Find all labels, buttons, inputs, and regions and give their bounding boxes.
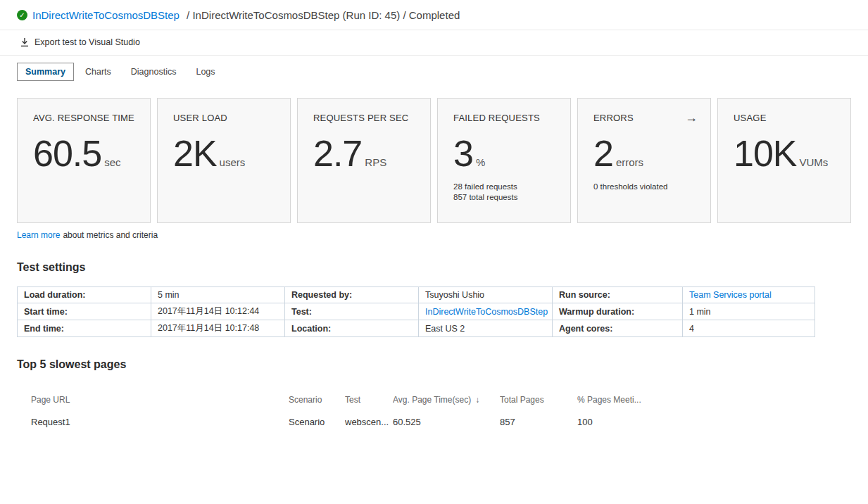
setting-label: Agent cores: xyxy=(553,320,683,337)
metric-unit: errors xyxy=(616,156,643,168)
setting-label: Requested by: xyxy=(285,287,419,303)
metric-card-usage: USAGE 10K VUMs xyxy=(717,98,851,223)
column-header-pct-pages-meeting[interactable]: % Pages Meeti... xyxy=(577,395,851,405)
metric-title: REQUESTS PER SEC xyxy=(313,113,408,123)
setting-value: 1 min xyxy=(683,303,815,320)
metric-value: 2 xyxy=(593,134,613,173)
setting-label: Warmup duration: xyxy=(553,303,683,320)
setting-value: 2017年11月14日 10:17:48 xyxy=(151,320,285,337)
load-test-results-page: ✓ InDirectWriteToCosmosDBStep / InDirect… xyxy=(0,0,868,504)
metric-unit: % xyxy=(476,156,485,168)
column-header-test[interactable]: Test xyxy=(345,395,393,405)
metric-subtext: 0 thresholds violated xyxy=(593,182,698,193)
column-header-total-pages[interactable]: Total Pages xyxy=(500,395,577,405)
setting-value: 4 xyxy=(683,320,815,337)
slowest-pages-row: Request1 Scenario webscen... 60.525 857 … xyxy=(17,410,851,433)
cell-scenario: Scenario xyxy=(289,417,345,427)
cell-page-url: Request1 xyxy=(17,417,289,427)
errors-detail-arrow-icon[interactable]: → xyxy=(685,113,698,122)
tab-bar: Summary Charts Diagnostics Logs xyxy=(0,56,868,81)
metric-value: 2.7 xyxy=(313,134,362,173)
setting-label: Test: xyxy=(285,303,419,320)
setting-value: Tsuyoshi Ushio xyxy=(419,287,553,303)
slowest-pages-heading: Top 5 slowest pages xyxy=(17,358,851,371)
settings-row: End time: 2017年11月14日 10:17:48 Location:… xyxy=(18,320,815,337)
metric-card-avg-response-time: AVG. RESPONSE TIME 60.5 sec xyxy=(17,98,151,223)
status-completed-check-icon: ✓ xyxy=(17,10,27,20)
tab-logs[interactable]: Logs xyxy=(187,63,223,81)
metric-unit: RPS xyxy=(365,156,386,168)
test-name-link[interactable]: InDirectWriteToCosmosDBStep xyxy=(425,307,548,317)
setting-value: East US 2 xyxy=(419,320,553,337)
slowest-pages-header: Page URL Scenario Test Avg. Page Time(se… xyxy=(17,389,851,410)
metric-value: 10K xyxy=(734,134,797,173)
setting-label: Run source: xyxy=(553,287,683,303)
metric-value: 2K xyxy=(173,134,217,173)
test-settings-table: Load duration: 5 min Requested by: Tsuyo… xyxy=(17,286,815,337)
column-header-scenario[interactable]: Scenario xyxy=(289,395,345,405)
metric-subtext: 28 failed requests xyxy=(453,182,558,193)
metric-title: USAGE xyxy=(734,113,767,123)
metric-card-errors: ERRORS → 2 errors 0 thresholds violated xyxy=(577,98,711,223)
metric-card-failed-requests: FAILED REQUESTS 3 % 28 failed requests 8… xyxy=(437,98,571,223)
metric-value: 3 xyxy=(453,134,473,173)
tab-diagnostics[interactable]: Diagnostics xyxy=(122,63,185,81)
column-header-avg-page-time[interactable]: Avg. Page Time(sec)↓ xyxy=(393,395,500,405)
sort-descending-icon: ↓ xyxy=(475,395,479,405)
metric-unit: users xyxy=(220,156,246,168)
export-to-visual-studio-button[interactable]: Export test to Visual Studio xyxy=(17,35,143,49)
learn-more-link[interactable]: Learn more xyxy=(17,230,60,240)
export-label: Export test to Visual Studio xyxy=(34,37,140,47)
metric-title: ERRORS xyxy=(593,113,634,123)
breadcrumb-test-link[interactable]: InDirectWriteToCosmosDBStep xyxy=(32,9,180,21)
tab-charts[interactable]: Charts xyxy=(77,63,120,81)
column-header-page-url[interactable]: Page URL xyxy=(17,395,289,405)
cell-test: webscen... xyxy=(345,417,393,427)
toolbar: Export test to Visual Studio xyxy=(0,30,868,56)
metric-subtext: 857 total requests xyxy=(453,192,558,203)
setting-value: 2017年11月14日 10:12:44 xyxy=(151,303,285,320)
cell-avg-page-time: 60.525 xyxy=(393,417,500,427)
breadcrumb: ✓ InDirectWriteToCosmosDBStep / InDirect… xyxy=(0,0,868,30)
setting-label: Location: xyxy=(285,320,419,337)
metric-title: AVG. RESPONSE TIME xyxy=(33,113,134,123)
settings-row: Start time: 2017年11月14日 10:12:44 Test: I… xyxy=(18,303,815,320)
metric-title: USER LOAD xyxy=(173,113,227,123)
run-source-link[interactable]: Team Services portal xyxy=(689,290,772,300)
metric-unit: VUMs xyxy=(800,156,829,168)
slowest-pages-table: Page URL Scenario Test Avg. Page Time(se… xyxy=(17,389,851,433)
test-settings-heading: Test settings xyxy=(17,261,851,274)
metric-card-user-load: USER LOAD 2K users xyxy=(157,98,291,223)
tab-summary[interactable]: Summary xyxy=(17,63,74,81)
cell-pct-pages-meeting: 100 xyxy=(577,417,851,427)
setting-value: 5 min xyxy=(151,287,285,303)
setting-label: Load duration: xyxy=(18,287,151,303)
learn-more-line: Learn moreabout metrics and criteria xyxy=(17,230,851,240)
breadcrumb-current: / InDirectWriteToCosmosDBStep (Run ID: 4… xyxy=(184,9,460,21)
setting-label: Start time: xyxy=(18,303,151,320)
settings-row: Load duration: 5 min Requested by: Tsuyo… xyxy=(18,287,815,303)
metric-value: 60.5 xyxy=(33,134,101,173)
metric-cards: AVG. RESPONSE TIME 60.5 sec USER LOAD 2K… xyxy=(17,98,851,223)
metric-card-requests-per-sec: REQUESTS PER SEC 2.7 RPS xyxy=(297,98,431,223)
cell-total-pages: 857 xyxy=(500,417,577,427)
metric-title: FAILED REQUESTS xyxy=(453,113,540,123)
column-header-label: Avg. Page Time(sec) xyxy=(393,395,471,405)
setting-label: End time: xyxy=(18,320,151,337)
download-icon xyxy=(20,37,30,47)
learn-more-text: about metrics and criteria xyxy=(63,230,158,240)
metric-unit: sec xyxy=(104,156,120,168)
